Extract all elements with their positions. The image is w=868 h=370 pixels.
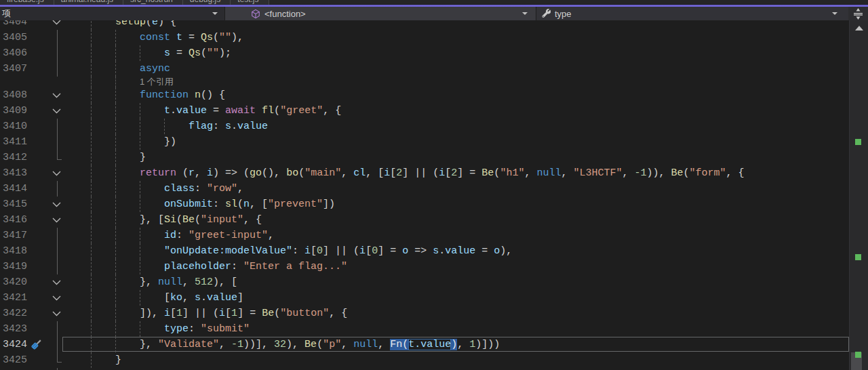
code-line-3424[interactable]: 3424}, "Validate", -1))], 32), Be("p", n… — [0, 337, 849, 352]
code-text: }, [Si(Be("input", { — [66, 212, 262, 228]
fold-collapse-icon[interactable] — [52, 311, 61, 316]
line-number: 3425 — [3, 352, 30, 368]
indent-guide — [91, 77, 92, 87]
member-dropdown[interactable]: <function> — [224, 7, 536, 20]
quick-actions-screwdriver-icon[interactable] — [30, 338, 43, 351]
line-number: 3419 — [3, 259, 30, 274]
line-number: 3415 — [3, 197, 30, 212]
fold-scope-line — [57, 61, 58, 77]
split-editor-handle[interactable] — [848, 7, 868, 20]
fold-collapse-icon[interactable] — [52, 218, 61, 223]
fold-scope-line — [57, 228, 58, 243]
code-line-3416[interactable]: 3416}, [Si(Be("input", { — [0, 212, 849, 228]
fold-collapse-icon[interactable] — [52, 202, 61, 207]
code-line-3408[interactable]: 3408function n() { — [0, 87, 849, 103]
code-line-3410[interactable]: 3410flag: s.value — [0, 119, 849, 134]
project-dropdown-label: 项 — [2, 7, 11, 20]
code-text: id: "greet-input", — [66, 228, 274, 243]
document-tab-0[interactable]: firebase.js — [0, 0, 54, 5]
fold-collapse-icon[interactable] — [52, 20, 61, 25]
line-number: 3405 — [3, 30, 30, 45]
scrollbar-change-mark — [855, 254, 861, 260]
code-line-3420[interactable]: 3420}, null, 512), [ — [0, 274, 849, 290]
code-line-3422[interactable]: 3422]), i[1] || (i[1] = Be("button", { — [0, 306, 849, 321]
code-editor[interactable]: 3404setup(e) {3405const t = Qs(""),3406s… — [0, 20, 849, 370]
line-number: 3421 — [3, 290, 30, 306]
code-line-3418[interactable]: 3418"onUpdate:modelValue": i[0] || (i[0]… — [0, 243, 849, 259]
line-number: 3424 — [3, 337, 30, 352]
document-tab-2[interactable]: src_nostrun — [123, 0, 183, 5]
code-line-3406[interactable]: 3406s = Qs(""); — [0, 45, 849, 61]
fold-scope-line — [57, 30, 58, 45]
code-text: "onUpdate:modelValue": i[0] || (i[0] = o… — [66, 243, 512, 259]
line-number: 3416 — [3, 212, 30, 228]
fold-collapse-icon[interactable] — [52, 93, 61, 98]
code-text: } — [66, 352, 121, 368]
code-text: s = Qs(""); — [66, 45, 231, 61]
scrollbar-change-mark — [855, 352, 861, 358]
line-number: 3422 — [3, 306, 30, 321]
code-line-3409[interactable]: 3409t.value = await fl("greet", { — [0, 103, 849, 119]
fold-scope-line — [57, 352, 62, 363]
document-tab-3[interactable]: debug.js — [183, 0, 231, 5]
code-line-3414[interactable]: 3414class: "row", — [0, 181, 849, 197]
code-line-3417[interactable]: 3417id: "greet-input", — [0, 228, 849, 243]
code-text: } — [66, 150, 146, 165]
fold-scope-line — [57, 181, 58, 197]
code-text: t.value = await fl("greet", { — [66, 103, 341, 119]
wrench-icon — [542, 9, 551, 18]
fold-scope-line — [57, 321, 58, 337]
code-line-3404[interactable]: 3404setup(e) { — [0, 20, 849, 30]
line-number: 3420 — [3, 274, 30, 290]
project-dropdown[interactable]: 项 — [0, 7, 224, 20]
code-line-3407[interactable]: 3407async — [0, 61, 849, 77]
fold-scope-line — [57, 45, 58, 61]
code-text: const t = Qs(""), — [66, 30, 243, 45]
code-line-3421[interactable]: 3421[ko, s.value] — [0, 290, 849, 306]
code-text: async — [66, 61, 170, 77]
type-dropdown[interactable]: type — [536, 7, 848, 20]
indent-guide — [115, 77, 116, 87]
vertical-scrollbar[interactable] — [849, 20, 868, 370]
line-number: 3404 — [3, 20, 30, 30]
type-dropdown-label: type — [555, 9, 572, 19]
code-text: class: "row", — [66, 181, 243, 197]
fold-scope-line — [57, 150, 62, 160]
code-text: }, null, 512), [ — [66, 274, 237, 290]
code-line-3425[interactable]: 3425} — [0, 352, 849, 368]
fold-collapse-icon[interactable] — [52, 171, 61, 176]
code-text: }) — [66, 134, 176, 150]
fold-collapse-icon[interactable] — [52, 295, 61, 301]
code-text: flag: s.value — [66, 119, 268, 134]
code-text: function n() { — [66, 87, 225, 103]
code-line-3415[interactable]: 3415onSubmit: sl(n, ["prevent"]) — [0, 197, 849, 212]
line-number: 3418 — [3, 243, 30, 259]
code-line-3405[interactable]: 3405const t = Qs(""), — [0, 30, 849, 45]
code-line-3423[interactable]: 3423type: "submit" — [0, 321, 849, 337]
codelens-references-link[interactable]: 1 个引用 — [140, 77, 174, 87]
scrollbar-up-arrow-icon[interactable] — [855, 26, 863, 30]
line-number: 3417 — [3, 228, 30, 243]
code-text: type: "submit" — [66, 321, 250, 337]
fold-collapse-icon[interactable] — [52, 280, 61, 285]
chevron-down-icon — [212, 12, 218, 15]
code-line-3411[interactable]: 3411}) — [0, 134, 849, 150]
code-text: }, "Validate", -1))], 32), Be("p", null,… — [66, 337, 500, 352]
line-number: 3413 — [3, 165, 30, 181]
code-text: setup(e) { — [66, 20, 176, 30]
document-tab-4[interactable]: test.js — [231, 0, 269, 5]
tab-strip-empty-area — [269, 0, 868, 5]
line-number: 3409 — [3, 103, 30, 119]
code-text: [ko, s.value] — [66, 290, 243, 306]
fold-collapse-icon[interactable] — [52, 108, 61, 114]
code-line-3413[interactable]: 3413return (r, i) => (go(), bo("main", c… — [0, 165, 849, 181]
line-number: 3408 — [3, 87, 30, 103]
fold-scope-line — [57, 337, 58, 352]
code-line-3419[interactable]: 3419placeholder: "Enter a flag..." — [0, 259, 849, 274]
code-text: return (r, i) => (go(), bo("main", cl, [… — [66, 165, 745, 181]
line-number: 3412 — [3, 150, 30, 165]
code-line-3412[interactable]: 3412} — [0, 150, 849, 165]
member-dropdown-label: <function> — [264, 9, 306, 19]
line-number: 3414 — [3, 181, 30, 197]
document-tab-1[interactable]: animal.head.js — [54, 0, 123, 5]
